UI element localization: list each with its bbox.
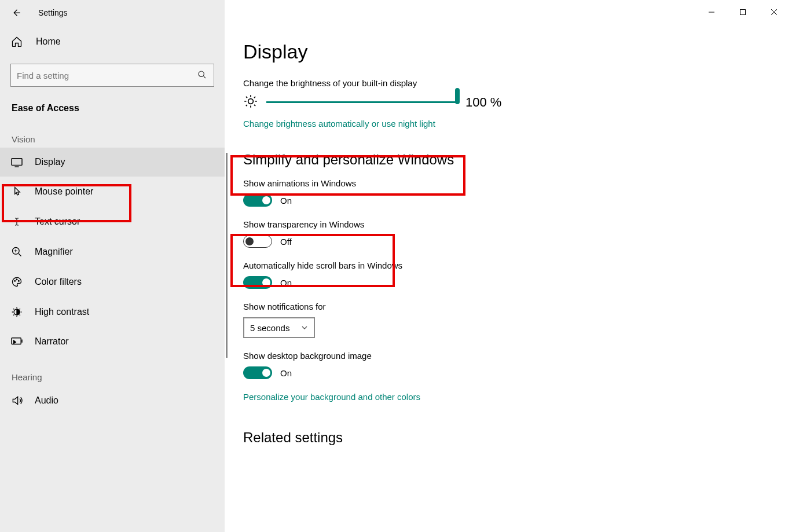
textcursor-icon <box>10 216 23 228</box>
toggle-text: Off <box>280 237 292 247</box>
setting-animations: Show animations in Windows On <box>243 178 769 207</box>
sidebar-item-label: Narrator <box>35 336 69 347</box>
toggle-text: On <box>280 368 292 378</box>
svg-point-9 <box>248 99 254 104</box>
scroll-indicator <box>226 153 228 358</box>
group-label-vision: Vision <box>0 118 225 148</box>
audio-icon <box>10 395 23 406</box>
narrator-icon <box>10 336 23 347</box>
sidebar-item-magnifier[interactable]: Magnifier <box>0 237 225 267</box>
sidebar-item-narrator[interactable]: Narrator <box>0 327 225 356</box>
page-title: Display <box>243 41 769 63</box>
setting-label: Show animations in Windows <box>243 178 769 188</box>
setting-notifications: Show notifications for 5 seconds <box>243 302 769 338</box>
sidebar-item-label: Mouse pointer <box>35 186 93 197</box>
sidebar-item-label: Audio <box>35 395 58 406</box>
simplify-heading: Simplify and personalize Windows <box>243 152 769 168</box>
sidebar-item-label: Magnifier <box>35 247 73 257</box>
svg-point-5 <box>19 281 20 282</box>
toggle-text: On <box>280 278 292 288</box>
related-heading: Related settings <box>243 430 769 446</box>
brightness-value: 100 % <box>465 95 501 110</box>
personalize-link[interactable]: Personalize your background and other co… <box>243 392 769 402</box>
sidebar-home-label: Home <box>36 36 61 47</box>
sidebar-item-label: High contrast <box>35 307 89 317</box>
sidebar-item-color-filters[interactable]: Color filters <box>0 267 225 297</box>
magnifier-icon <box>10 246 23 258</box>
svg-point-3 <box>14 281 16 282</box>
sidebar-item-mouse-pointer[interactable]: Mouse pointer <box>0 177 225 207</box>
brightness-label: Change the brightness of your built-in d… <box>243 78 769 88</box>
sidebar-item-display[interactable]: Display <box>0 148 225 177</box>
setting-transparency: Show transparency in Windows Off <box>243 219 769 248</box>
main-content: Display Change the brightness of your bu… <box>225 0 792 532</box>
setting-label: Show desktop background image <box>243 351 769 361</box>
home-icon <box>10 36 23 47</box>
window-controls <box>698 3 787 21</box>
dropdown-value: 5 seconds <box>250 323 289 333</box>
sidebar-home[interactable]: Home <box>0 28 225 56</box>
svg-point-4 <box>16 279 17 280</box>
sidebar-item-label: Text cursor <box>35 217 80 227</box>
background-toggle[interactable] <box>243 366 272 379</box>
search-input[interactable] <box>17 71 197 80</box>
display-icon <box>10 157 23 167</box>
sidebar-item-audio[interactable]: Audio <box>0 386 225 416</box>
svg-rect-8 <box>740 10 746 15</box>
brightness-slider[interactable] <box>266 96 457 109</box>
group-label-hearing: Hearing <box>0 356 225 386</box>
brightness-icon <box>243 94 258 111</box>
sidebar-item-text-cursor[interactable]: Text cursor <box>0 207 225 237</box>
pointer-icon <box>10 186 23 197</box>
search-box[interactable] <box>10 64 214 87</box>
setting-label: Automatically hide scroll bars in Window… <box>243 261 769 270</box>
sidebar: Settings Home Ease of Access Vision Disp… <box>0 0 225 532</box>
animations-toggle[interactable] <box>243 194 272 207</box>
back-button[interactable] <box>10 7 22 19</box>
maximize-button[interactable] <box>729 3 756 21</box>
contrast-icon <box>10 306 23 318</box>
setting-background: Show desktop background image On <box>243 351 769 379</box>
svg-point-0 <box>199 71 204 76</box>
sidebar-item-label: Color filters <box>35 277 82 287</box>
app-title: Settings <box>38 8 68 17</box>
search-icon <box>197 70 208 81</box>
sidebar-item-label: Display <box>35 157 65 167</box>
chevron-down-icon <box>301 323 308 333</box>
setting-label: Show transparency in Windows <box>243 219 769 229</box>
brightness-link[interactable]: Change brightness automatically or use n… <box>243 119 769 129</box>
category-header: Ease of Access <box>0 93 225 118</box>
svg-rect-7 <box>12 338 21 344</box>
scrollbars-toggle[interactable] <box>243 276 272 289</box>
setting-label: Show notifications for <box>243 302 769 311</box>
toggle-text: On <box>280 196 292 206</box>
palette-icon <box>10 276 23 288</box>
sidebar-item-high-contrast[interactable]: High contrast <box>0 297 225 327</box>
minimize-button[interactable] <box>698 3 725 21</box>
transparency-toggle[interactable] <box>243 235 272 248</box>
setting-scrollbars: Automatically hide scroll bars in Window… <box>243 261 769 289</box>
notifications-dropdown[interactable]: 5 seconds <box>243 317 315 338</box>
close-button[interactable] <box>761 3 787 21</box>
svg-rect-1 <box>12 159 22 166</box>
